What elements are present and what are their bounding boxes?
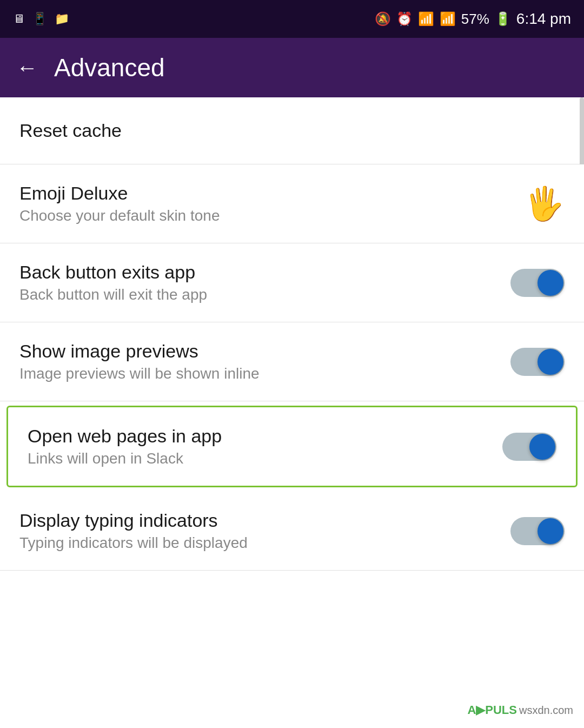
typing-indicators-toggle[interactable]: [510, 517, 565, 545]
image-previews-title: Show image previews: [19, 341, 510, 362]
setting-item-typing-indicators[interactable]: Display typing indicators Typing indicat…: [0, 492, 584, 571]
emoji-deluxe-subtitle: Choose your default skin tone: [19, 207, 524, 224]
setting-item-image-previews[interactable]: Show image previews Image previews will …: [0, 322, 584, 401]
reset-cache-label: Reset cache: [19, 120, 122, 141]
signal-icon: 📶: [440, 11, 456, 27]
image-previews-toggle[interactable]: [510, 348, 565, 376]
battery-percent: 57%: [461, 11, 489, 28]
open-web-pages-toggle[interactable]: [502, 433, 556, 461]
watermark-logo: A▶PULS: [467, 703, 517, 717]
settings-content: Reset cache Emoji Deluxe Choose your def…: [0, 97, 584, 571]
toggle-thumb: [537, 270, 563, 296]
open-web-pages-title: Open web pages in app: [28, 426, 502, 447]
toggle-thumb: [537, 518, 563, 544]
open-web-pages-subtitle: Links will open in Slack: [28, 450, 502, 467]
setting-item-open-web-pages[interactable]: Open web pages in app Links will open in…: [6, 406, 578, 487]
emoji-deluxe-text: Emoji Deluxe Choose your default skin to…: [19, 183, 524, 224]
battery-icon: 🔋: [495, 11, 511, 27]
watermark: A▶PULS wsxdn.com: [467, 703, 573, 717]
back-button-text: Back button exits app Back button will e…: [19, 262, 510, 303]
setting-item-emoji-deluxe[interactable]: Emoji Deluxe Choose your default skin to…: [0, 164, 584, 243]
status-bar: 🖥 📱 📁 🔕 ⏰ 📶 📶 57% 🔋 6:14 pm: [0, 0, 584, 38]
page-title: Advanced: [54, 53, 165, 82]
toggle-thumb: [537, 349, 563, 375]
back-button[interactable]: ←: [16, 57, 38, 78]
back-button-subtitle: Back button will exit the app: [19, 286, 510, 303]
typing-indicators-text: Display typing indicators Typing indicat…: [19, 510, 510, 552]
setting-item-back-button[interactable]: Back button exits app Back button will e…: [0, 243, 584, 322]
monitor-icon: 🖥: [13, 12, 25, 26]
watermark-url: wsxdn.com: [519, 704, 573, 717]
emoji-hand-icon: 🖐: [524, 188, 565, 220]
back-button-toggle[interactable]: [510, 269, 565, 297]
open-web-pages-text: Open web pages in app Links will open in…: [28, 426, 502, 467]
emoji-deluxe-title: Emoji Deluxe: [19, 183, 524, 204]
phone-icon: 📱: [32, 12, 47, 26]
mute-icon: 🔕: [375, 11, 391, 27]
folder-icon: 📁: [55, 12, 69, 26]
toggle-thumb: [529, 434, 555, 460]
typing-indicators-title: Display typing indicators: [19, 510, 510, 531]
app-bar: ← Advanced: [0, 38, 584, 97]
time-display: 6:14 pm: [516, 10, 571, 28]
typing-indicators-subtitle: Typing indicators will be displayed: [19, 534, 510, 552]
back-button-title: Back button exits app: [19, 262, 510, 283]
setting-item-reset-cache[interactable]: Reset cache: [0, 97, 584, 164]
status-bar-right-icons: 🔕 ⏰ 📶 📶 57% 🔋 6:14 pm: [375, 10, 571, 28]
alarm-icon: ⏰: [396, 11, 413, 27]
wifi-icon: 📶: [418, 11, 434, 27]
image-previews-subtitle: Image previews will be shown inline: [19, 365, 510, 382]
image-previews-text: Show image previews Image previews will …: [19, 341, 510, 382]
status-bar-left-icons: 🖥 📱 📁: [13, 12, 69, 26]
